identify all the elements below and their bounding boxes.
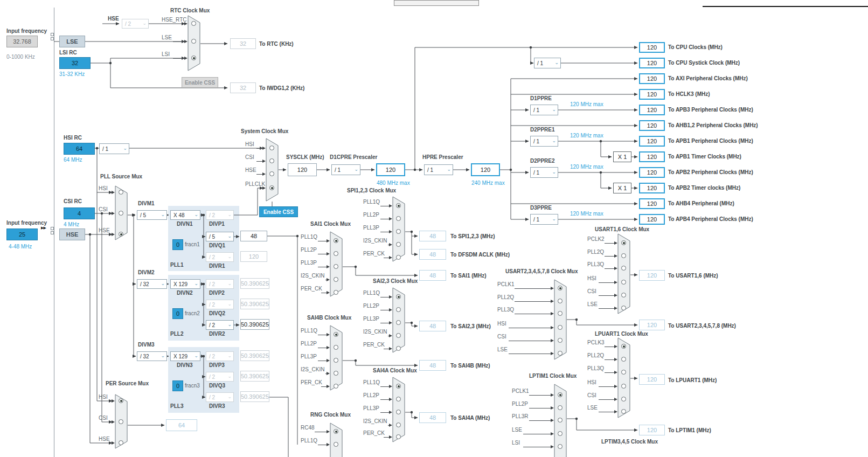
usart16-radio-pll2q[interactable] [621,253,626,258]
hsi-frequency-field[interactable]: 64 [64,143,95,155]
hse-frequency-field[interactable]: 25 [6,228,38,240]
fracn1-field[interactable]: 0 [172,239,183,250]
d1cpre-dropdown[interactable]: / 1 [331,164,360,175]
sai23-radio-i2s_ckin[interactable] [396,333,401,338]
per_src-radio-csi[interactable] [119,419,123,424]
sai4b-radio-per_ck[interactable] [334,384,338,389]
d1cpre-value-field[interactable]: 120 [376,163,405,176]
usart16-radio-hsi[interactable] [621,280,626,285]
csi-frequency-field[interactable]: 4 [64,207,95,219]
usart234578-radio-pll3q[interactable] [558,311,563,316]
lpuart1-radio-pll3q[interactable] [621,370,626,375]
sys-radio-hse[interactable] [269,171,274,176]
sai4b-radio-pll2p[interactable] [334,345,338,350]
pll_src-radio-hsi[interactable] [119,190,123,195]
pll_src-radio-csi[interactable] [119,211,123,216]
output-value-2[interactable]: 120 [639,73,665,84]
pll_src-radio-hse[interactable] [119,232,123,237]
sai4a-radio-i2s_ckin[interactable] [396,423,401,427]
usart234578-radio-lse[interactable] [558,351,563,356]
output-value-8[interactable]: 120 [639,167,665,178]
usart16-radio-pclk2[interactable] [621,240,626,245]
sai23-radio-pll1q[interactable] [396,294,401,299]
fracn3-field[interactable]: 0 [172,380,183,391]
sai1-radio-pll2p[interactable] [334,251,338,256]
fracn2-field[interactable]: 0 [172,308,183,319]
per_src-radio-hsi[interactable] [119,398,123,403]
rtc_mux-radio-lse[interactable] [191,39,196,44]
lptim1-radio-lse[interactable] [558,431,563,436]
d2ppre1-dropdown[interactable]: / 1 [530,136,558,147]
sai1-radio-i2s_ckin[interactable] [334,277,338,282]
lptim1-radio-pll3r[interactable] [558,418,563,423]
divn2-dropdown[interactable]: X 129 [170,279,200,289]
sai1-radio-per_ck[interactable] [334,290,338,295]
sys-radio-pllclk[interactable] [269,185,274,190]
lpuart1-radio-hsi[interactable] [621,384,626,389]
sai1-radio-pll3p[interactable] [334,264,338,269]
d2ppre2-dropdown[interactable]: / 1 [530,167,558,178]
divm1-dropdown[interactable]: / 5 [137,210,167,220]
output-value-11[interactable]: 120 [639,214,665,225]
lpuart1-radio-csi[interactable] [621,397,626,401]
rng-radio-rc48[interactable] [334,429,338,434]
per_src-radio-hse[interactable] [119,440,123,445]
hsi-divider-dropdown[interactable]: / 1 [99,143,129,154]
usart234578-radio-pclk1[interactable] [558,286,563,290]
spi123-radio-pll1q[interactable] [396,203,401,208]
sai23-radio-per_ck[interactable] [396,346,401,351]
usart16-radio-pll3q[interactable] [621,266,626,271]
sai4a-radio-pll1q[interactable] [396,384,401,389]
usart234578-radio-csi[interactable] [558,338,563,343]
divm3-dropdown[interactable]: / 32 [137,351,167,361]
output-value-10[interactable]: 120 [639,198,665,209]
sai4a-radio-pll3p[interactable] [396,410,401,414]
usart16-radio-csi[interactable] [621,293,626,297]
output-value-6[interactable]: 120 [639,136,665,147]
lptim1-radio-pll2p[interactable] [558,405,563,410]
lpuart1-radio-lse[interactable] [621,409,626,414]
lptim1-radio-pclk1[interactable] [558,392,563,397]
d3ppre-dropdown[interactable]: / 1 [530,214,558,225]
spi123-radio-pll2p[interactable] [396,216,401,221]
sai4b-radio-pll1q[interactable] [334,332,338,337]
lsi-frequency-field[interactable]: 32 [59,57,91,69]
sai4b-radio-i2s_ckin[interactable] [334,371,338,376]
sai23-radio-pll3p[interactable] [396,320,401,325]
output-value-1[interactable]: 120 [639,58,665,68]
partial-toolbar-button[interactable] [394,0,479,6]
sys-radio-hsi[interactable] [269,146,274,150]
output-value-7[interactable]: 120 [639,151,665,162]
rtc_mux-radio-hse_rtc[interactable] [191,21,196,26]
usart16-radio-lse[interactable] [621,306,626,310]
output-value-0[interactable]: 120 [639,42,665,53]
divr2-dropdown[interactable]: / 2 [206,320,234,330]
sai1-radio-pll1q[interactable] [334,238,338,243]
output-value-9[interactable]: 120 [639,183,665,193]
sai23-radio-pll2p[interactable] [396,307,401,312]
divn1-dropdown[interactable]: X 48 [170,210,200,220]
hpre-value-field[interactable]: 120 [471,163,500,176]
systick-divider-dropdown[interactable]: / 1 [534,58,561,68]
usart234578-radio-hsi[interactable] [558,325,563,330]
output-value-3[interactable]: 120 [639,89,665,100]
output-value-5[interactable]: 120 [639,120,665,131]
divm2-dropdown[interactable]: / 32 [137,279,167,289]
sai4a-radio-pll2p[interactable] [396,397,401,401]
lpuart1-radio-pll2q[interactable] [621,357,626,362]
system-enable-css-button[interactable]: Enable CSS [259,206,298,217]
output-value-4[interactable]: 120 [639,105,665,115]
d1ppre-dropdown[interactable]: / 1 [530,105,558,115]
spi123-radio-pll3p[interactable] [396,229,401,234]
divn3-dropdown[interactable]: X 129 [170,351,200,361]
sai4b-radio-pll3p[interactable] [334,358,338,363]
lptim1-radio-lsi[interactable] [558,444,563,449]
hpre-dropdown[interactable]: / 1 [424,164,453,175]
spi123-radio-per_ck[interactable] [396,255,401,260]
usart234578-radio-pll2q[interactable] [558,299,563,303]
sai4a-radio-per_ck[interactable] [396,434,401,439]
divq1-dropdown[interactable]: / 5 [206,232,234,241]
rtc_mux-radio-lsi[interactable] [191,56,196,60]
sys-radio-csi[interactable] [269,158,274,163]
rng-radio-pll1q[interactable] [334,442,338,447]
